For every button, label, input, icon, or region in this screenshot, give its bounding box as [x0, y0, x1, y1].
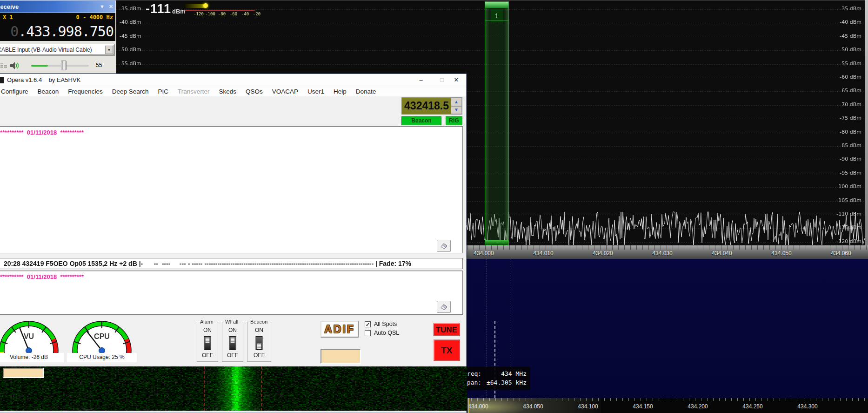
alarm-toggle-switch[interactable] [204, 336, 211, 350]
frequency-leading-zero: 0 [10, 23, 18, 40]
meter-tick: -120 [194, 12, 204, 16]
frequency-display[interactable]: 0.433.998.750 [10, 23, 114, 40]
volume-slider[interactable] [31, 65, 89, 67]
channel-level-line [485, 20, 508, 21]
beacon-toggle-group: Beacon ON OFF [247, 322, 271, 362]
frequency-tooltip: Freq: 434 MHz Span: ±64.305 kHz [460, 367, 530, 390]
menu-skeds[interactable]: Skeds [214, 88, 241, 95]
db-axis-label: -100 dBm [836, 183, 861, 190]
db-axis-label: -65 dBm [840, 88, 861, 94]
frequency-panel: X 1 0 - 4000 Hz 0.433.998.750 [0, 13, 115, 41]
toggle-knob[interactable] [257, 343, 262, 349]
checkbox-checked-icon[interactable]: ✓ [365, 321, 371, 327]
db-axis-label: -40 dBm [840, 19, 861, 25]
frequency-digits[interactable]: .433.998.750 [18, 23, 114, 40]
freq-tick-label: 434.050 [523, 403, 543, 410]
passband-marker [261, 366, 262, 411]
toggle-knob[interactable] [230, 337, 235, 343]
off-label: OFF [247, 352, 271, 359]
checkbox-label[interactable]: All Spots [374, 321, 397, 327]
db-axis-label: -35 dBm [840, 6, 861, 12]
receive-title-bar[interactable]: Receive ▼ ✕ [0, 1, 115, 13]
spinner-up-icon[interactable]: ▲ [451, 98, 462, 106]
signal-power-unit: dBm [172, 8, 186, 15]
menu-donate[interactable]: Donate [351, 88, 381, 95]
menu-help[interactable]: Help [329, 88, 351, 95]
db-axis-label: -50 dBm [840, 47, 861, 53]
menu-voacap[interactable]: VOACAP [267, 88, 303, 95]
freq-tick-label: 434.150 [633, 403, 653, 410]
auto-qsl-option[interactable]: Auto QSL [365, 330, 399, 336]
clear-log-button[interactable] [437, 240, 451, 252]
axis-ticks [465, 398, 868, 401]
menu-pic[interactable]: PIC [153, 88, 173, 95]
opera-waterfall-canvas[interactable] [0, 366, 467, 411]
menu-configure[interactable]: Configure [0, 88, 33, 95]
maximize-icon[interactable]: □ [434, 74, 450, 86]
checkbox-label[interactable]: Auto QSL [374, 330, 399, 336]
audio-device-value: CABLE Input (VB-Audio Virtual Cable) [0, 47, 104, 53]
opera-waterfall[interactable] [0, 366, 467, 411]
signal-meter-dot [203, 3, 208, 8]
freq-tick-label: 434.020 [593, 250, 613, 257]
frequency-spinbox[interactable]: 432418.5 ▲ ▼ [401, 97, 462, 115]
rx-log-pane-2[interactable]: ********** 01/11/2018 ********** [0, 271, 463, 315]
freq-tick-label: 434.030 [652, 250, 672, 257]
channel-marker-base [485, 240, 508, 245]
vu-label: VU [0, 332, 64, 341]
checkbox-unchecked[interactable] [365, 330, 371, 336]
frequency-value[interactable]: 432418.5 [402, 98, 451, 114]
signal-meter-scale-line [185, 10, 255, 11]
minimize-icon[interactable]: – [413, 74, 429, 86]
meter-tick: -80 [218, 12, 226, 16]
menu-user1[interactable]: User1 [303, 88, 329, 95]
rx-log-pane[interactable]: ********** 01/11/2018 ********** [0, 126, 463, 253]
alarm-toggle-group: Alarm ON OFF [197, 322, 218, 362]
db-axis-label: -90 dBm [840, 156, 861, 162]
volume-row: 55 [0, 59, 116, 72]
menu-transverter[interactable]: Transverter [173, 88, 214, 95]
menu-deep-search[interactable]: Deep Search [107, 88, 154, 95]
speaker-icon[interactable] [10, 61, 20, 70]
combo-dropdown-icon[interactable]: ▼ [105, 46, 113, 54]
adif-button[interactable]: ADIF [320, 321, 359, 338]
tx-button[interactable]: TX [434, 339, 460, 361]
window-edge [865, 0, 868, 245]
menu-qsos[interactable]: QSOs [241, 88, 267, 95]
freq-tick-label: 434.300 [797, 403, 817, 410]
window-title: Receive [0, 3, 19, 10]
db-axis-label: -120 dBm [836, 238, 861, 244]
channel-marker-cap[interactable] [485, 2, 508, 8]
freq-tick-label: 434.060 [831, 250, 851, 257]
close-icon[interactable]: ✕ [448, 74, 464, 86]
db-axis-label: -105 dBm [836, 197, 861, 203]
rig-button[interactable]: RIG [446, 116, 462, 125]
vu-caption: Volume: -26 dB [0, 353, 64, 362]
close-icon[interactable]: ✕ [109, 4, 113, 10]
window-title: Opera v1.6.4 by EA5HVK [7, 76, 80, 83]
wfall-toggle-switch[interactable] [229, 336, 236, 350]
audio-device-select[interactable]: CABLE Input (VB-Audio Virtual Cable) ▼ [0, 44, 114, 55]
clear-log-button-2[interactable] [437, 301, 451, 313]
all-spots-option[interactable]: ✓ All Spots [365, 321, 397, 327]
tune-button[interactable]: TUNE [433, 323, 460, 336]
beacon-toggle-switch[interactable] [256, 336, 263, 350]
on-label: ON [247, 327, 271, 333]
volume-slider-thumb[interactable] [61, 61, 67, 70]
channel-marker[interactable]: 1 [485, 1, 509, 245]
off-label: OFF [197, 352, 218, 359]
beacon-button[interactable]: Beacon [401, 116, 441, 125]
db-axis-label: -70 dBm [840, 102, 861, 108]
spinner-down-icon[interactable]: ▼ [451, 106, 462, 115]
opera-title-bar[interactable]: Opera v1.6.4 by EA5HVK – □ ✕ [0, 74, 466, 86]
eraser-icon [440, 304, 448, 310]
menu-beacon[interactable]: Beacon [33, 88, 64, 95]
waterfall-info-box[interactable] [3, 368, 44, 378]
off-label: OFF [222, 352, 243, 359]
callsign-input[interactable] [320, 349, 361, 364]
tooltip-freq-value: 434 MHz [501, 369, 527, 378]
menu-frequencies[interactable]: Frequencies [63, 88, 107, 95]
dropdown-icon[interactable]: ▼ [100, 4, 105, 9]
db-axis-label: -85 dBm [840, 142, 861, 149]
toggle-knob[interactable] [205, 337, 210, 343]
